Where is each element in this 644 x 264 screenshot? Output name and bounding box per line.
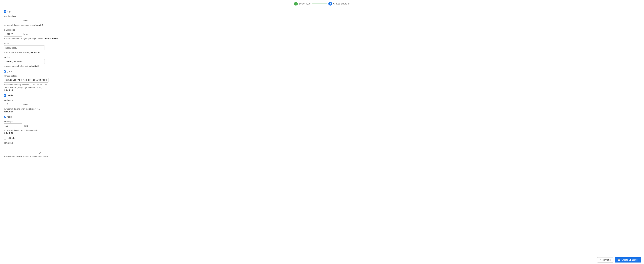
previous-button[interactable]: < Previous [597, 257, 614, 262]
logs-checkbox-label[interactable]: logs [4, 10, 108, 13]
tsdb-days-label: tsdb days [4, 120, 108, 123]
step-2-label: Create Snapshot [333, 2, 350, 5]
yarn-app-state-help: application states (RUNNING, FAILED, KIL… [4, 83, 108, 92]
max-log-size-label: max log size [4, 29, 108, 31]
tsdb-days-help: number of days to fetch time series for,… [4, 129, 108, 135]
logfiles-label: logfiles [4, 56, 108, 58]
main-form: logs max log days days number of days of… [0, 7, 112, 176]
hosts-input[interactable] [4, 46, 45, 50]
progress-line [312, 4, 327, 4]
hosts-label: hosts [4, 42, 108, 45]
max-log-days-help: number of days of logs to collect, defau… [4, 24, 108, 26]
comments-textarea[interactable] [4, 145, 41, 154]
max-log-days-group: max log days days number of days of logs… [4, 15, 108, 26]
max-log-days-input[interactable] [4, 18, 22, 23]
comments-label: comments [4, 142, 108, 144]
hosts-help: hosts to get logs/status from, default a… [4, 51, 108, 54]
fulltsdb-checkbox[interactable] [4, 137, 6, 140]
logfiles-group: logfiles regex of logs to be fetched, de… [4, 56, 108, 68]
max-log-size-input[interactable] [4, 32, 22, 36]
yarn-checkbox-label[interactable]: yarn [4, 70, 108, 72]
footer: < Previous 💾 Create Snapshot [0, 256, 644, 264]
create-snapshot-button[interactable]: 💾 Create Snapshot [615, 257, 641, 262]
tsdb-checkbox[interactable] [4, 116, 6, 118]
max-log-days-label: max log days [4, 15, 108, 17]
alert-days-group: alert days days number of days to fetch … [4, 99, 108, 113]
comments-group: comments these comments will appear in t… [4, 142, 108, 158]
tsdb-checkbox-label[interactable]: tsdb [4, 116, 108, 118]
tsdb-days-unit: days [24, 125, 28, 127]
comments-help: these comments will appear in the snapsh… [4, 155, 108, 158]
progress-bar: ✓ Select Type 2 Create Snapshot [0, 0, 644, 7]
yarn-app-state-input[interactable] [4, 78, 48, 82]
max-log-size-unit: bytes [24, 33, 28, 35]
tsdb-days-group: tsdb days days number of days to fetch t… [4, 120, 108, 135]
alert-days-input[interactable] [4, 102, 22, 107]
logfiles-help: regex of logs to be fetched, default all [4, 65, 108, 68]
logs-section: logs [4, 10, 108, 13]
max-log-days-unit: days [24, 20, 28, 22]
alerts-checkbox-label[interactable]: alerts [4, 94, 108, 97]
step-1-label: Select Type [299, 2, 310, 5]
step-2-circle: 2 [328, 2, 332, 6]
yarn-app-state-label: yarn app state [4, 75, 108, 77]
yarn-app-state-group: yarn app state application states (RUNNI… [4, 75, 108, 92]
max-log-size-group: max log size bytes maximum number of byt… [4, 29, 108, 40]
max-log-size-help: maximum number of bytes per log to colle… [4, 37, 108, 40]
logfiles-input[interactable] [4, 59, 45, 64]
alert-days-label: alert days [4, 99, 108, 101]
yarn-section: yarn [4, 70, 108, 72]
step-1-circle: ✓ [294, 2, 298, 6]
alert-days-unit: days [24, 103, 28, 106]
fulltsdb-section: fulltsdb [4, 137, 108, 140]
save-icon: 💾 [618, 259, 620, 261]
step-2: 2 Create Snapshot [328, 2, 350, 6]
fulltsdb-checkbox-label[interactable]: fulltsdb [4, 137, 108, 140]
alerts-checkbox[interactable] [4, 94, 6, 97]
tsdb-section: tsdb [4, 116, 108, 118]
yarn-checkbox[interactable] [4, 70, 6, 72]
logs-checkbox[interactable] [4, 10, 6, 13]
alert-days-help: number of days to fetch alert history fo… [4, 108, 108, 113]
hosts-group: hosts hosts to get logs/status from, def… [4, 42, 108, 54]
step-1: ✓ Select Type [294, 2, 310, 6]
alerts-section: alerts [4, 94, 108, 97]
tsdb-days-input[interactable] [4, 124, 22, 128]
